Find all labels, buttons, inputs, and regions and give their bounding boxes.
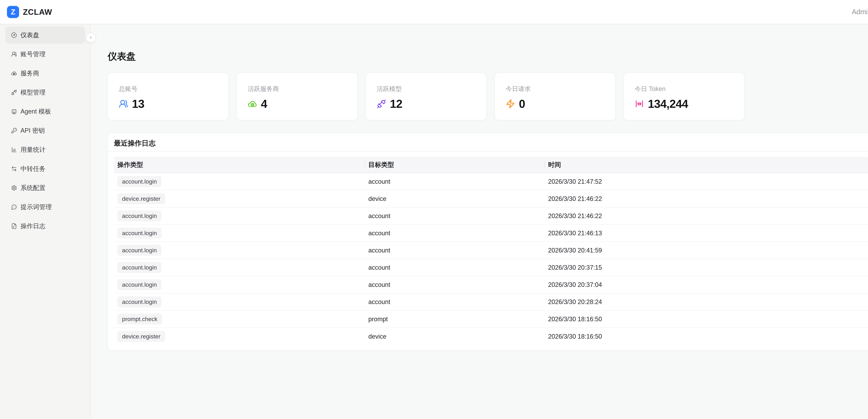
- log-time-cell: 2026/3/30 21:46:13: [545, 225, 868, 242]
- brand-logo-icon: Z: [7, 6, 19, 18]
- gear-icon: [11, 185, 17, 191]
- bar-chart-icon: [11, 147, 17, 153]
- log-row: account.loginaccount2026/3/30 21:47:52: [114, 173, 868, 190]
- log-time-cell: 2026/3/30 20:28:24: [545, 294, 868, 310]
- sidebar-item-agent-模板[interactable]: Agent 模板: [5, 103, 85, 120]
- log-row: account.loginaccount2026/3/30 20:41:59: [114, 242, 868, 259]
- sidebar-item-api-密钥[interactable]: API 密钥: [5, 122, 85, 139]
- sidebar-item-提示词管理[interactable]: 提示词管理: [5, 198, 85, 216]
- log-action-cell: account.login: [114, 259, 365, 276]
- log-action-badge: account.login: [117, 176, 161, 187]
- log-time-cell: 2026/3/30 21:46:22: [545, 190, 868, 207]
- log-target-cell: account: [365, 259, 545, 276]
- gauge-icon: [11, 32, 17, 38]
- log-action-badge: account.login: [117, 228, 161, 239]
- stat-card: 今日 Token134,244: [624, 72, 745, 120]
- sidebar-item-中转任务[interactable]: 中转任务: [5, 160, 85, 177]
- sidebar-item-label: 提示词管理: [21, 203, 52, 211]
- logs-table-body: account.loginaccount2026/3/30 21:47:52de…: [114, 173, 868, 345]
- log-action-cell: device.register: [114, 328, 365, 345]
- log-target-cell: account: [365, 242, 545, 259]
- users-icon: [119, 99, 128, 109]
- log-row: prompt.checkprompt2026/3/30 18:16:50: [114, 311, 868, 328]
- stat-card: 活跃模型12: [366, 72, 487, 120]
- sidebar-item-label: 操作日志: [21, 222, 45, 231]
- sidebar-item-用量统计[interactable]: 用量统计: [5, 141, 85, 158]
- stat-card-value: 134,244: [648, 97, 688, 111]
- log-action-badge: device.register: [117, 193, 165, 204]
- sidebar-nav: 仪表盘账号管理服务商模型管理Agent 模板API 密钥用量统计中转任务系统配置…: [5, 26, 85, 235]
- sidebar-item-账号管理[interactable]: 账号管理: [5, 46, 85, 63]
- robot-icon: [11, 109, 17, 114]
- logs-column-header: 时间: [545, 157, 868, 173]
- stat-card-label: 今日请求: [506, 85, 607, 93]
- brand[interactable]: Z ZCLAW: [7, 6, 52, 18]
- stat-card-value-row: 13: [119, 97, 220, 111]
- stat-card-value: 13: [132, 97, 144, 111]
- sidebar-item-label: 服务商: [21, 69, 39, 78]
- sidebar-item-仪表盘[interactable]: 仪表盘: [5, 26, 85, 44]
- top-header: Z ZCLAW Admin: [0, 0, 868, 24]
- cloud-server-icon: [248, 99, 257, 109]
- token-width-icon: [635, 99, 644, 109]
- stat-card: 活跃服务商4: [237, 72, 358, 120]
- sidebar-collapse-button[interactable]: [86, 33, 96, 42]
- log-time-cell: 2026/3/30 20:37:04: [545, 276, 868, 293]
- log-time-cell: 2026/3/30 18:16:50: [545, 311, 868, 328]
- user-menu[interactable]: Admin: [852, 8, 868, 16]
- log-action-cell: device.register: [114, 190, 365, 207]
- stat-card-label: 活跃模型: [377, 85, 477, 93]
- log-action-badge: account.login: [117, 296, 161, 307]
- app-shell: 仪表盘账号管理服务商模型管理Agent 模板API 密钥用量统计中转任务系统配置…: [0, 24, 868, 418]
- stat-card-label: 今日 Token: [635, 85, 736, 93]
- zap-icon: [506, 99, 515, 109]
- log-action-cell: account.login: [114, 276, 365, 293]
- log-target-cell: account: [365, 208, 545, 225]
- stat-card-value: 12: [390, 97, 402, 111]
- sidebar-item-服务商[interactable]: 服务商: [5, 65, 85, 82]
- log-action-badge: prompt.check: [117, 313, 162, 325]
- log-action-badge: account.login: [117, 262, 161, 273]
- sidebar-item-系统配置[interactable]: 系统配置: [5, 179, 85, 197]
- log-action-cell: account.login: [114, 225, 365, 242]
- log-action-cell: account.login: [114, 173, 365, 190]
- log-time-cell: 2026/3/30 21:47:52: [545, 173, 868, 190]
- log-row: device.registerdevice2026/3/30 18:16:50: [114, 328, 868, 345]
- log-target-cell: account: [365, 225, 545, 242]
- sidebar-item-模型管理[interactable]: 模型管理: [5, 84, 85, 101]
- sidebar-item-label: API 密钥: [21, 126, 45, 135]
- log-action-cell: account.login: [114, 208, 365, 225]
- stat-card-value-row: 12: [377, 97, 477, 111]
- stat-card-label: 活跃服务商: [248, 85, 349, 93]
- log-row: account.loginaccount2026/3/30 20:37:04: [114, 276, 868, 294]
- plug-icon: [11, 89, 17, 95]
- stat-card-value-row: 134,244: [635, 97, 736, 111]
- log-target-cell: account: [365, 294, 545, 310]
- sidebar: 仪表盘账号管理服务商模型管理Agent 模板API 密钥用量统计中转任务系统配置…: [0, 24, 91, 418]
- log-target-cell: device: [365, 328, 545, 345]
- page-title: 仪表盘: [107, 51, 868, 61]
- stat-card-value: 0: [519, 97, 525, 111]
- sidebar-item-label: 用量统计: [21, 146, 45, 154]
- sidebar-item-label: 仪表盘: [21, 31, 39, 39]
- stat-card-label: 总账号: [119, 85, 220, 93]
- stat-card: 总账号13: [107, 72, 229, 120]
- stats-cards: 总账号13活跃服务商4活跃模型12今日请求0今日 Token134,244: [107, 72, 868, 120]
- plug-icon: [377, 99, 386, 109]
- log-target-cell: prompt: [365, 311, 545, 328]
- message-dots-icon: [11, 204, 17, 210]
- log-target-cell: account: [365, 173, 545, 190]
- log-action-badge: account.login: [117, 279, 161, 290]
- logs-panel: 最近操作日志 操作类型目标类型时间 account.loginaccount20…: [107, 133, 868, 351]
- sidebar-item-操作日志[interactable]: 操作日志: [5, 217, 85, 235]
- sidebar-item-label: 中转任务: [21, 164, 45, 173]
- logs-panel-title: 最近操作日志: [108, 133, 868, 152]
- log-time-cell: 2026/3/30 20:37:15: [545, 259, 868, 276]
- sidebar-item-label: 系统配置: [21, 184, 45, 192]
- stat-card-value: 4: [261, 97, 267, 111]
- brand-name: ZCLAW: [23, 7, 52, 17]
- log-action-cell: account.login: [114, 242, 365, 259]
- logs-table: 操作类型目标类型时间 account.loginaccount2026/3/30…: [114, 157, 868, 345]
- transfer-arrows-icon: [11, 166, 17, 172]
- users-icon: [11, 51, 17, 57]
